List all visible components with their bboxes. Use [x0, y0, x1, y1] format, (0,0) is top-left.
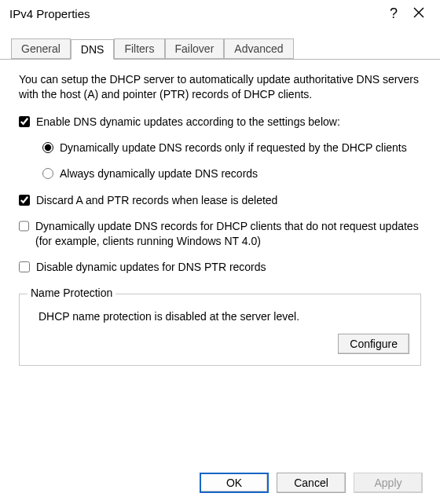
discard-records-row: Discard A and PTR records when lease is …: [19, 193, 421, 208]
discard-records-label: Discard A and PTR records when lease is …: [36, 193, 277, 208]
discard-records-checkbox[interactable]: [19, 195, 30, 206]
dialog-window: IPv4 Properties ? General DNS Filters Fa…: [0, 0, 440, 504]
cancel-button[interactable]: Cancel: [277, 473, 346, 493]
tab-failover[interactable]: Failover: [165, 38, 225, 59]
tab-advanced[interactable]: Advanced: [224, 38, 293, 59]
name-protection-text: DHCP name protection is disabled at the …: [31, 310, 409, 323]
tab-dns[interactable]: DNS: [71, 39, 115, 60]
update-mode-requested-radio[interactable]: [42, 142, 53, 153]
legacy-clients-checkbox[interactable]: [19, 221, 29, 232]
ok-button[interactable]: OK: [200, 473, 269, 493]
tab-filters[interactable]: Filters: [114, 38, 164, 59]
name-protection-group: Name Protection DHCP name protection is …: [19, 294, 421, 366]
update-mode-always-row: Always dynamically update DNS records: [42, 166, 421, 181]
help-icon[interactable]: ?: [383, 5, 404, 22]
enable-dns-updates-label: Enable DNS dynamic updates according to …: [36, 115, 340, 130]
intro-text: You can setup the DHCP server to automat…: [19, 72, 421, 102]
close-icon[interactable]: [404, 7, 434, 20]
tab-strip: General DNS Filters Failover Advanced: [0, 38, 440, 60]
tab-general[interactable]: General: [11, 38, 71, 59]
window-title: IPv4 Properties: [9, 7, 383, 20]
update-mode-always-radio[interactable]: [42, 168, 53, 179]
update-mode-requested-row: Dynamically update DNS records only if r…: [42, 141, 421, 155]
enable-dns-updates-row: Enable DNS dynamic updates according to …: [19, 115, 421, 130]
enable-dns-updates-checkbox[interactable]: [19, 116, 30, 127]
disable-ptr-checkbox[interactable]: [19, 261, 30, 272]
disable-ptr-label: Disable dynamic updates for DNS PTR reco…: [36, 260, 266, 275]
dialog-buttons: OK Cancel Apply: [200, 473, 423, 493]
dns-pane: You can setup the DHCP server to automat…: [0, 60, 440, 374]
configure-button[interactable]: Configure: [338, 334, 409, 354]
disable-ptr-row: Disable dynamic updates for DNS PTR reco…: [19, 260, 421, 275]
legacy-clients-row: Dynamically update DNS records for DHCP …: [19, 219, 421, 249]
titlebar: IPv4 Properties ?: [0, 0, 440, 27]
legacy-clients-label: Dynamically update DNS records for DHCP …: [35, 219, 421, 249]
update-mode-requested-label: Dynamically update DNS records only if r…: [60, 141, 407, 155]
update-mode-always-label: Always dynamically update DNS records: [60, 166, 258, 181]
name-protection-legend: Name Protection: [28, 287, 116, 299]
apply-button: Apply: [354, 473, 423, 493]
